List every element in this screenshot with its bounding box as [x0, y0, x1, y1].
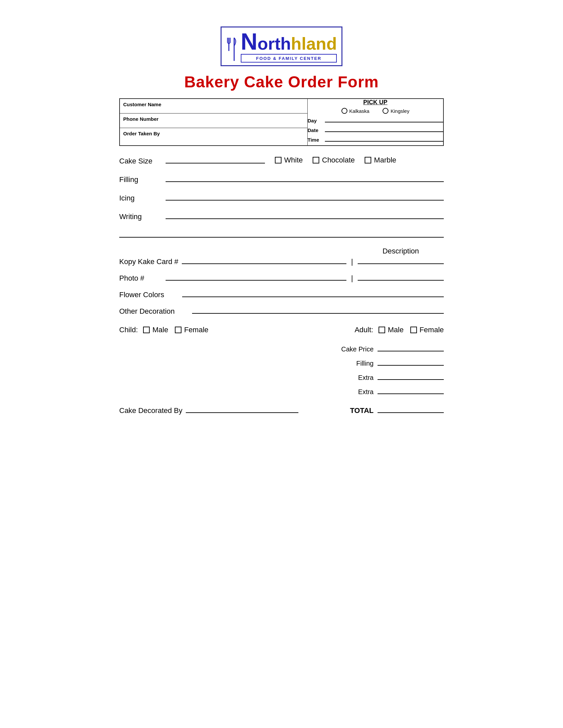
kopy-kake-row: Kopy Kake Card # | — [119, 257, 444, 266]
marble-checkbox-item[interactable]: Marble — [365, 156, 396, 164]
kopy-kake-label: Kopy Kake Card # — [119, 257, 178, 266]
photo-label: Photo # — [119, 274, 162, 283]
adult-male-checkbox[interactable] — [379, 327, 385, 333]
writing-extra-line[interactable] — [119, 230, 444, 238]
flower-colors-row: Flower Colors — [119, 290, 444, 299]
extra2-price-label: Extra — [331, 388, 374, 396]
total-label: TOTAL — [350, 406, 374, 415]
filling-row: Filling — [119, 175, 444, 184]
writing-input[interactable] — [165, 212, 444, 219]
customer-name-label: Customer Name — [123, 102, 161, 107]
date-field-row: Date — [308, 126, 443, 133]
kopy-kake-input[interactable] — [182, 257, 347, 264]
writing-row: Writing — [119, 212, 444, 221]
cake-decorated-by-label: Cake Decorated By — [119, 406, 182, 415]
cake-price-label: Cake Price — [331, 345, 374, 353]
bottom-row: Cake Decorated By TOTAL — [119, 406, 444, 415]
day-input-line[interactable] — [325, 116, 443, 122]
child-male-checkbox-item[interactable]: Male — [143, 326, 168, 334]
kingsley-label: Kingsley — [391, 108, 409, 114]
filling-price-input[interactable] — [378, 358, 444, 366]
other-decoration-input[interactable] — [192, 306, 444, 314]
cake-size-label: Cake Size — [119, 157, 162, 165]
date-label: Date — [308, 127, 322, 133]
cake-price-row: Cake Price — [331, 344, 444, 353]
logo-area: N orth hland FOOD & FAMILY CENTER — [119, 26, 444, 66]
flower-colors-input[interactable] — [182, 290, 444, 297]
kalkaska-radio[interactable]: Kalkaska — [342, 108, 370, 114]
logo-subtitle: FOOD & FAMILY CENTER — [256, 56, 321, 61]
photo-input[interactable] — [165, 273, 347, 281]
logo-box: N orth hland FOOD & FAMILY CENTER — [220, 26, 343, 66]
adult-female-checkbox-item[interactable]: Female — [410, 326, 444, 334]
order-taken-by-row: Order Taken By — [120, 128, 307, 145]
child-male-label: Male — [152, 326, 168, 334]
adult-male-label: Male — [388, 326, 404, 334]
top-right-cell: PICK UP Kalkaska Kingsley Day — [307, 99, 444, 146]
extra1-price-input[interactable] — [378, 373, 444, 380]
time-input-line[interactable] — [325, 136, 443, 142]
fork-knife-icon — [226, 36, 239, 63]
cake-decorated-by-input[interactable] — [186, 406, 299, 413]
cake-size-input[interactable] — [165, 156, 265, 163]
adult-gender-options: Male Female — [379, 326, 444, 334]
date-input-line[interactable] — [325, 126, 443, 132]
extra2-price-row: Extra — [331, 387, 444, 396]
total-input[interactable] — [378, 406, 444, 413]
pickup-title: PICK UP — [308, 99, 443, 106]
kopy-separator: | — [351, 257, 353, 266]
child-female-checkbox[interactable] — [175, 327, 181, 333]
kingsley-radio[interactable]: Kingsley — [383, 108, 409, 114]
description-header-row: Description — [119, 247, 444, 255]
chocolate-label: Chocolate — [322, 156, 355, 164]
white-checkbox-item[interactable]: White — [275, 156, 303, 164]
top-info-table: Customer Name Phone Number Order Taken B… — [119, 98, 444, 146]
white-checkbox[interactable] — [275, 157, 282, 163]
icing-input[interactable] — [165, 193, 444, 201]
chocolate-checkbox-item[interactable]: Chocolate — [313, 156, 355, 164]
adult-female-checkbox[interactable] — [410, 327, 417, 333]
adult-female-label: Female — [420, 326, 444, 334]
phone-number-label: Phone Number — [123, 116, 159, 122]
form-title: Bakery Cake Order Form — [119, 73, 444, 91]
cake-size-row: Cake Size White Chocolate Marble — [119, 156, 444, 165]
other-decoration-row: Other Decoration — [119, 306, 444, 316]
kopy-kake-desc-input[interactable] — [358, 257, 444, 264]
photo-row: Photo # | — [119, 273, 444, 283]
pickup-radios: Kalkaska Kingsley — [308, 108, 443, 114]
child-label: Child: — [119, 326, 138, 334]
icing-row: Icing — [119, 193, 444, 203]
photo-desc-input[interactable] — [358, 273, 444, 281]
marble-checkbox[interactable] — [365, 157, 371, 163]
white-label: White — [284, 156, 303, 164]
logo-hland: hland — [291, 35, 337, 52]
cake-price-input[interactable] — [378, 344, 444, 351]
day-field-row: Day — [308, 116, 443, 123]
adult-label: Adult: — [355, 326, 373, 334]
kalkaska-radio-circle — [342, 108, 348, 114]
flower-colors-label: Flower Colors — [119, 291, 179, 299]
marble-label: Marble — [374, 156, 396, 164]
child-female-checkbox-item[interactable]: Female — [175, 326, 208, 334]
child-gender-options: Male Female — [143, 326, 341, 334]
kingsley-radio-circle — [383, 108, 389, 114]
extra1-price-row: Extra — [331, 373, 444, 382]
total-section: TOTAL — [350, 406, 444, 415]
time-label: Time — [308, 137, 322, 143]
icing-label: Icing — [119, 194, 162, 203]
filling-input[interactable] — [165, 175, 444, 182]
day-label: Day — [308, 118, 322, 123]
adult-male-checkbox-item[interactable]: Male — [379, 326, 404, 334]
kalkaska-label: Kalkaska — [350, 108, 370, 114]
time-field-row: Time — [308, 136, 443, 143]
logo-orth: orth — [257, 35, 291, 52]
cake-type-options: White Chocolate Marble — [275, 156, 397, 164]
filling-price-row: Filling — [331, 358, 444, 367]
logo-N: N — [241, 30, 258, 53]
price-section: Cake Price Filling Extra Extra — [119, 344, 444, 396]
child-male-checkbox[interactable] — [143, 327, 150, 333]
extra2-price-input[interactable] — [378, 387, 444, 394]
extra1-price-label: Extra — [331, 374, 374, 382]
description-label: Description — [358, 247, 444, 255]
chocolate-checkbox[interactable] — [313, 157, 319, 163]
